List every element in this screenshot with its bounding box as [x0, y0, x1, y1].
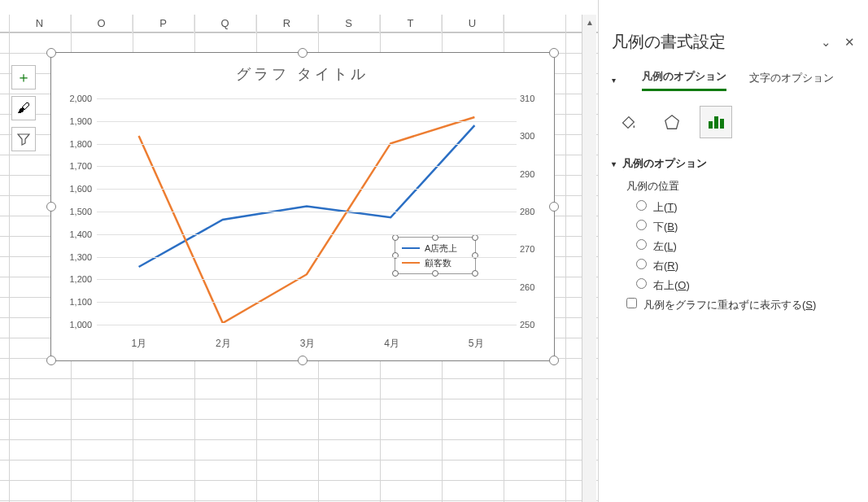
- x-tick: 5月: [469, 337, 484, 351]
- x-tick: 3月: [300, 337, 316, 351]
- chevron-down-icon: ▾: [612, 76, 616, 85]
- section-legend-options[interactable]: ▾ 凡例のオプション: [612, 156, 855, 171]
- y-left-tick: 1,300: [55, 252, 92, 262]
- legend-swatch: [402, 247, 420, 249]
- y-right-tick: 300: [520, 131, 552, 141]
- chart-styles-button[interactable]: 🖌: [11, 96, 36, 120]
- pane-close-icon[interactable]: ✕: [844, 35, 855, 50]
- y-left-tick: 1,800: [55, 139, 92, 149]
- legend-label: 顧客数: [425, 257, 451, 269]
- pane-title: 凡例の書式設定: [612, 31, 726, 53]
- tab-text-options[interactable]: 文字のオプション: [749, 71, 834, 90]
- y-right-tick: 270: [520, 244, 552, 254]
- chart-title[interactable]: グラフ タイトル: [51, 53, 554, 89]
- radio-right[interactable]: 右(R): [636, 259, 855, 273]
- y-right-tick: 280: [520, 207, 552, 216]
- paint-bucket-icon: [619, 113, 637, 131]
- plot-area[interactable]: A店売上顧客数 2,0001,9001,8001,7001,6001,5001,…: [97, 98, 517, 323]
- bar-chart-icon: [706, 113, 726, 131]
- section-title: 凡例のオプション: [622, 156, 707, 171]
- svg-rect-2: [714, 116, 718, 129]
- funnel-icon: [17, 133, 30, 146]
- effects-tab[interactable]: [656, 106, 688, 138]
- scroll-up-arrow[interactable]: ▲: [582, 15, 597, 29]
- y-right-tick: 290: [520, 169, 552, 179]
- y-left-tick: 1,700: [55, 161, 92, 171]
- x-tick: 2月: [216, 337, 231, 351]
- resize-handle[interactable]: [472, 252, 478, 259]
- tab-legend-options[interactable]: 凡例のオプション: [642, 69, 726, 91]
- resize-handle[interactable]: [549, 356, 559, 365]
- fill-outline-tab[interactable]: [612, 106, 644, 138]
- legend-entry[interactable]: A店売上: [402, 241, 469, 255]
- chart-filter-button[interactable]: [11, 127, 36, 151]
- resize-handle[interactable]: [549, 48, 559, 58]
- format-legend-pane: 凡例の書式設定 ⌄ ✕ ▾ 凡例のオプション 文字のオプション ▾ 凡例のオプシ…: [598, 0, 868, 502]
- resize-handle[interactable]: [392, 234, 399, 241]
- y-right-tick: 260: [520, 282, 552, 292]
- vertical-scrollbar[interactable]: ▲: [582, 15, 596, 502]
- svg-marker-0: [665, 116, 679, 129]
- y-left-tick: 1,200: [55, 274, 92, 284]
- y-left-tick: 1,900: [55, 116, 92, 126]
- resize-handle[interactable]: [432, 270, 438, 277]
- chevron-down-icon: ▾: [612, 159, 616, 168]
- legend-position-radios: 上(T) 下(B) 左(L) 右(R) 右上(O): [636, 200, 855, 293]
- radio-top[interactable]: 上(T): [636, 200, 855, 215]
- radio-bottom[interactable]: 下(B): [636, 220, 855, 234]
- y-right-tick: 310: [520, 94, 552, 103]
- y-left-tick: 2,000: [55, 94, 92, 103]
- legend-entry[interactable]: 顧客数: [402, 255, 469, 270]
- y-left-tick: 1,000: [55, 320, 92, 330]
- pentagon-icon: [663, 113, 681, 131]
- x-tick: 1月: [131, 337, 146, 351]
- legend-swatch: [402, 262, 420, 264]
- resize-handle[interactable]: [472, 270, 478, 277]
- radio-left[interactable]: 左(L): [636, 239, 855, 254]
- resize-handle[interactable]: [392, 270, 399, 277]
- pane-options-caret[interactable]: ⌄: [821, 35, 831, 50]
- resize-handle[interactable]: [46, 48, 56, 58]
- brush-icon: 🖌: [17, 101, 30, 116]
- resize-handle[interactable]: [46, 356, 56, 365]
- resize-handle[interactable]: [472, 234, 478, 241]
- legend-label: A店売上: [425, 242, 457, 255]
- y-left-tick: 1,400: [55, 229, 92, 239]
- legend-no-overlap-checkbox[interactable]: 凡例をグラフに重ねずに表示する(S): [626, 299, 816, 311]
- resize-handle[interactable]: [298, 48, 308, 58]
- legend[interactable]: A店売上顧客数: [395, 237, 476, 274]
- legend-properties-tab[interactable]: [700, 106, 732, 138]
- radio-topright[interactable]: 右上(O): [636, 278, 855, 293]
- svg-rect-3: [720, 119, 724, 129]
- chart-object[interactable]: グラフ タイトル A店売上顧客数 2,0001,9001,8001,7001,6…: [50, 52, 555, 361]
- chart-lines: [97, 98, 517, 323]
- resize-handle[interactable]: [392, 252, 399, 259]
- legend-position-label: 凡例の位置: [626, 179, 855, 194]
- y-left-tick: 1,600: [55, 184, 92, 194]
- y-right-tick: 250: [520, 320, 552, 330]
- y-left-tick: 1,500: [55, 207, 92, 216]
- x-tick: 4月: [384, 337, 399, 351]
- svg-rect-1: [709, 121, 713, 129]
- y-left-tick: 1,100: [55, 297, 92, 307]
- chart-add-element-button[interactable]: ＋: [11, 65, 36, 89]
- resize-handle[interactable]: [298, 356, 308, 365]
- resize-handle[interactable]: [432, 234, 438, 241]
- plus-icon: ＋: [16, 68, 31, 87]
